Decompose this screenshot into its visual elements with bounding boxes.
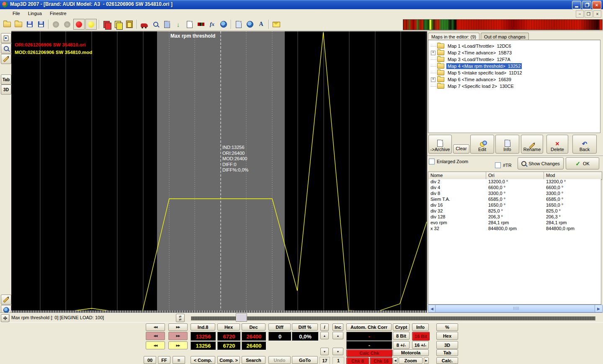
comp-next-button[interactable]: Comp. >	[217, 356, 240, 364]
tab-button[interactable]: Tab	[436, 349, 458, 356]
tab-view-button[interactable]: Tab	[1, 74, 11, 85]
step-up-button[interactable]: ▲	[332, 332, 343, 339]
edit-folder-icon[interactable]	[13, 19, 23, 29]
menu-lingua[interactable]: Lingua	[25, 9, 45, 18]
ori-prev-button[interactable]: ◀◀	[146, 332, 165, 340]
enlarged-zoom-checkbox[interactable]	[429, 159, 435, 164]
scrollbar-thumb[interactable]	[435, 305, 597, 313]
nav-next-button[interactable]: ▶▶	[168, 323, 188, 331]
globe-search-icon[interactable]	[218, 19, 229, 29]
info-button[interactable]: Info	[495, 135, 519, 154]
col-nome[interactable]: Nome	[428, 172, 486, 179]
calc-chk-button[interactable]: Calc Chk	[346, 349, 392, 357]
menu-file[interactable]: File	[9, 9, 23, 18]
tree-item-label[interactable]: Map 5 <Intake specific load> 11D12	[446, 70, 523, 76]
pm8-button[interactable]: 8 +/-	[393, 341, 410, 349]
table-row[interactable]: div 128206,3 °206,3 °	[428, 214, 601, 220]
show-changes-button[interactable]: Show Changes	[518, 157, 564, 169]
zoom-button[interactable]: Zoom	[399, 357, 423, 364]
edit-button[interactable]: Edit	[470, 135, 494, 154]
tree-item[interactable]: Map 1 <Load/Throttle> 12DC6	[428, 43, 600, 49]
archive-document-icon[interactable]	[162, 19, 172, 29]
pencil-tool-button[interactable]	[1, 54, 11, 64]
tab-maps-in-editor[interactable]: Maps in the editor: (9)	[428, 33, 479, 40]
slash-button[interactable]: /	[320, 323, 329, 331]
mail-send-icon[interactable]	[271, 19, 281, 29]
archive-button[interactable]: ->Archive	[428, 135, 452, 154]
count-up-button[interactable]: ▲	[320, 332, 329, 339]
tr-checkbox[interactable]	[495, 162, 501, 168]
download-arrow-icon[interactable]: ↓	[173, 19, 183, 29]
tree-item-label[interactable]: Map 4 <Max rpm threshold> 13252	[446, 63, 522, 69]
tree-item-label[interactable]: Map 6 <Time advance> 16639	[446, 77, 513, 82]
mod-next-button[interactable]: ▶▶	[168, 341, 188, 349]
table-row[interactable]: Siem T.A.6585,0 °6585,0 °	[428, 197, 601, 203]
table-row[interactable]: x 32844800,0 rpm844800,0 rpm	[428, 226, 601, 232]
mdi-minimize-button[interactable]: –	[576, 10, 584, 18]
pin-button[interactable]	[1, 314, 9, 322]
set-ff-button[interactable]: FF	[158, 356, 170, 364]
table-row[interactable]: evo rpm284,1 rpm284,1 rpm	[428, 220, 601, 226]
zoom-left-icon[interactable]: ◀	[393, 357, 398, 364]
scroll-right-icon[interactable]: ▶	[595, 305, 603, 313]
threed-button[interactable]: 3D	[436, 341, 458, 349]
selection-tool-button[interactable]	[1, 33, 11, 43]
table-row[interactable]: div 32825,0 °825,0 °	[428, 208, 601, 214]
expand-plus-icon[interactable]: +	[431, 51, 436, 55]
bit16-button[interactable]: 16 Bit	[412, 332, 430, 341]
hex-map-colorbar[interactable]	[403, 19, 603, 30]
copy-ori-icon[interactable]	[101, 19, 112, 29]
motorola-button[interactable]: Motorola	[393, 349, 429, 356]
globe-icon[interactable]	[245, 19, 255, 29]
tree-item[interactable]: Map 7 <Specific load 2> 130CE	[428, 83, 600, 90]
bit8-button[interactable]: 8 Bit	[393, 332, 410, 340]
search-document-icon[interactable]	[150, 19, 161, 29]
map-position-slider-thumb[interactable]	[236, 313, 247, 322]
tree-item[interactable]: Map 4 <Max rpm threshold> 13252	[428, 63, 600, 69]
zoom-tool-button[interactable]	[1, 44, 11, 54]
restore-button[interactable]	[582, 1, 591, 9]
function-fx-icon[interactable]: fx	[207, 19, 217, 29]
table-row[interactable]: div 213200,0 °13200,0 °	[428, 179, 601, 185]
delete-button[interactable]: × Delete	[546, 135, 568, 154]
checksum-bar-icon[interactable]	[196, 19, 206, 29]
inc-button[interactable]: Inc	[332, 323, 343, 331]
save-icon[interactable]	[24, 19, 35, 29]
document-edit-icon[interactable]	[233, 19, 244, 29]
ori-red-circle-icon[interactable]	[73, 19, 85, 30]
tree-item-label[interactable]: Map 3 <Load/Throttle> 12F7A	[446, 56, 512, 62]
swap-arrows-button[interactable]: ⇄⇄	[176, 314, 185, 322]
tree-item[interactable]: Map 5 <Intake specific load> 11D12	[428, 69, 600, 76]
mod-yellow-circle-icon[interactable]	[85, 19, 97, 30]
paste-clipboard-icon[interactable]	[124, 19, 134, 29]
tree-item-label[interactable]: Map 2 <Time advance> 15B73	[446, 50, 513, 56]
crypt-button[interactable]: Crypt	[393, 323, 410, 331]
ori-next-button[interactable]: ▶▶	[168, 332, 188, 340]
pen-tool-button[interactable]	[1, 295, 11, 305]
tab-out-of-map-changes[interactable]: Out of map changes	[481, 33, 529, 40]
car-icon[interactable]	[139, 19, 149, 29]
new-document-icon[interactable]	[184, 19, 195, 29]
menu-finestre[interactable]: Finestre	[46, 9, 70, 18]
map-tree[interactable]: Map 1 <Load/Throttle> 12DC6+Map 2 <Time …	[428, 40, 600, 133]
count-down-button[interactable]: ▼	[320, 348, 329, 355]
map-curve-chart[interactable]: Max rpm threshold ORI:0261206906 SW 3548…	[11, 31, 427, 313]
calc-button[interactable]: Calc.	[436, 357, 458, 364]
table-row[interactable]: div 83300,0 °3300,0 °	[428, 191, 601, 197]
clear-button[interactable]: Clear	[453, 144, 469, 154]
percent-button[interactable]: %	[436, 323, 458, 331]
tree-item-label[interactable]: Map 7 <Specific load 2> 130CE	[446, 83, 515, 89]
pm16-button[interactable]: 16 +/-	[412, 341, 429, 349]
info-button-bottom[interactable]: Info	[412, 323, 429, 331]
nav-prev-button[interactable]: ◀◀	[146, 323, 165, 331]
copy-mod-icon[interactable]	[113, 19, 123, 29]
goto-button[interactable]: GoTo	[292, 356, 318, 364]
comp-prev-button[interactable]: < Comp.	[191, 356, 215, 364]
table-row[interactable]: div 161650,0 °1650,0 °	[428, 203, 601, 208]
open-folder-icon[interactable]	[2, 19, 12, 29]
ok-button[interactable]: ✓ OK	[566, 157, 599, 169]
undo-button[interactable]: Undo	[268, 356, 291, 364]
tree-item-label[interactable]: Map 1 <Load/Throttle> 12DC6	[446, 43, 513, 49]
chk16-button[interactable]: Chk 16	[370, 357, 392, 364]
zoom-right-icon[interactable]: ▶	[424, 357, 429, 364]
